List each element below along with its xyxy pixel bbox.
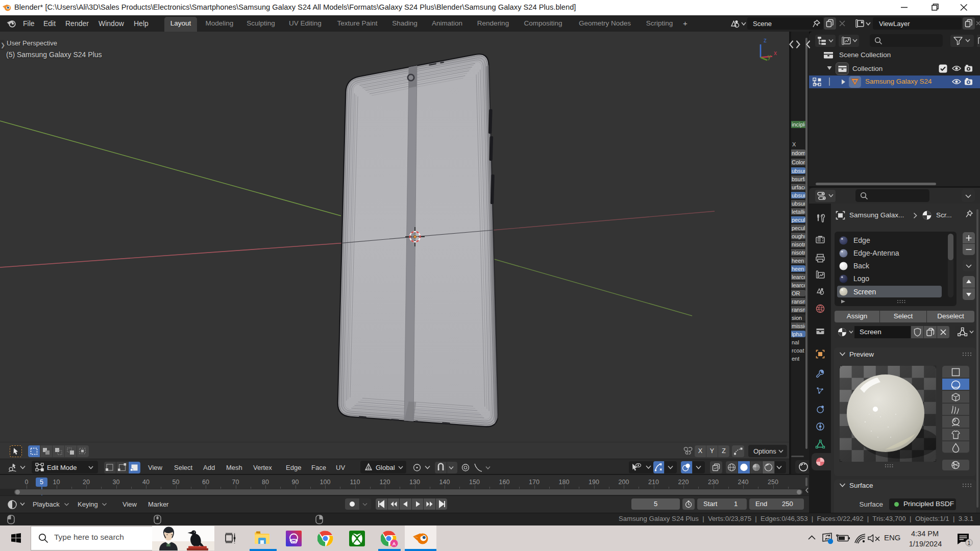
svg-text:1: 1 xyxy=(968,540,971,546)
svg-text:y: y xyxy=(768,53,771,60)
svg-text:z: z xyxy=(764,37,767,44)
svg-text:x: x xyxy=(774,49,777,57)
svg-text:A: A xyxy=(393,541,396,546)
svg-text:❯: ❯ xyxy=(1,42,5,48)
